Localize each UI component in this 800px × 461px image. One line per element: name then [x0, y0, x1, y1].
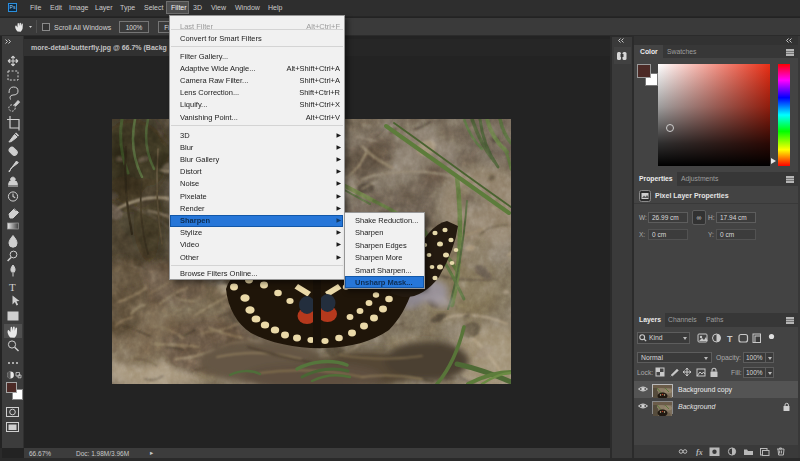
svg-text:fx: fx [696, 448, 703, 457]
svg-text:T: T [727, 334, 733, 344]
svg-text:T: T [9, 281, 16, 293]
